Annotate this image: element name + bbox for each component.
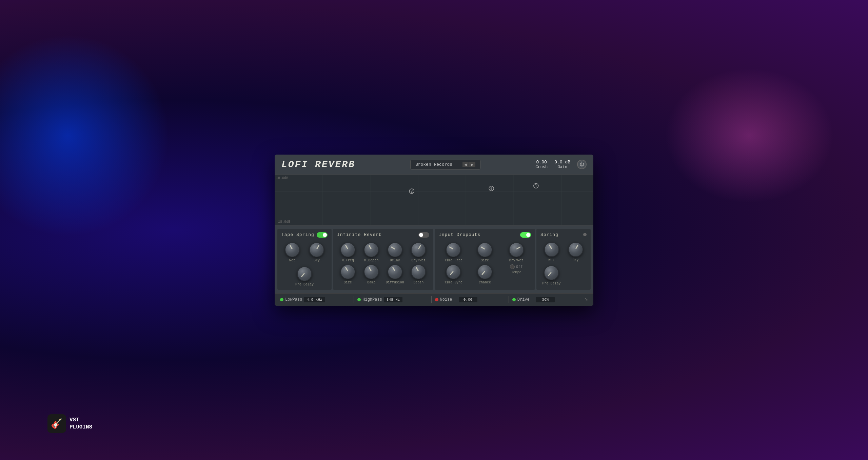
size-knob[interactable]	[340, 264, 355, 279]
time-sync-label: Time Sync	[444, 281, 462, 284]
mdepth-knob[interactable]	[364, 242, 379, 257]
preset-selector[interactable]: Broken Records ◀ ▶	[410, 160, 480, 169]
delay-knob-item: Delay	[388, 242, 402, 262]
spring-pre-delay-knob[interactable]	[544, 265, 559, 280]
eq-display: 18.0dB -18.0dB 2 0 1	[275, 175, 593, 225]
drive-dot	[512, 298, 516, 301]
tape-spring-section: Tape Spring Wet Dry Pre Delay	[277, 229, 332, 290]
spring-dry-knob-item: Dry	[568, 242, 583, 262]
spring-pre-delay-knob-item: Pre Delay	[542, 265, 560, 285]
pre-delay-knob-item: Pre Delay	[295, 266, 314, 286]
tape-spring-knobs: Wet Dry Pre Delay	[281, 242, 328, 286]
spring-title: Spring	[540, 232, 558, 237]
guitar-icon: 🎸	[51, 418, 63, 429]
preset-next-button[interactable]: ▶	[469, 162, 475, 167]
diffusion-knob-item: Diffusion	[386, 264, 404, 284]
spring-bottom: Pre Delay	[542, 265, 560, 285]
lowpass-dot	[280, 298, 283, 301]
crush-value: 0.00	[535, 160, 548, 165]
time-free-knob-item: Time Free	[444, 242, 462, 262]
resize-handle[interactable]: ⤡	[585, 297, 588, 302]
input-dropouts-section: Input Dropouts Time Free Size Dry/Wet	[435, 229, 535, 290]
dropout-size-knob[interactable]	[477, 242, 492, 257]
mfreq-label: M.Freq	[342, 259, 354, 262]
dry-label: Dry	[314, 259, 320, 262]
highpass-value[interactable]: 348 Hz	[384, 297, 403, 302]
drive-value[interactable]: 36%	[536, 297, 555, 302]
tempo-label: Tempo	[511, 271, 521, 274]
noise-value[interactable]: 0.00	[459, 297, 477, 302]
depth-label: Depth	[413, 281, 423, 284]
spring-dry-label: Dry	[572, 258, 578, 262]
plugin-title: LoFi Reverb	[281, 159, 355, 170]
drywet-knob-item: Dry/Wet	[411, 242, 426, 262]
vst-icon: 🎸	[47, 414, 66, 433]
off-dot[interactable]	[510, 264, 515, 269]
depth-knob[interactable]	[411, 264, 426, 279]
divider-2	[431, 296, 432, 303]
time-sync-knob[interactable]	[446, 264, 461, 279]
noise-param: Noise 0.00	[435, 297, 505, 302]
tape-spring-toggle[interactable]	[317, 232, 328, 238]
tape-spring-bottom: Pre Delay	[295, 266, 314, 286]
mdepth-knob-item: M.Depth	[364, 242, 379, 262]
spring-dry-knob[interactable]	[568, 242, 583, 257]
pre-delay-knob[interactable]	[297, 266, 312, 281]
drywet-knob[interactable]	[411, 242, 426, 257]
time-free-label: Time Free	[444, 259, 462, 262]
gain-param: 0.0 dB Gain	[554, 160, 570, 169]
gain-value: 0.0 dB	[554, 160, 570, 165]
svg-text:0: 0	[490, 187, 492, 191]
infinite-reverb-toggle[interactable]	[418, 232, 429, 238]
preset-arrows: ◀ ▶	[462, 162, 475, 167]
preset-name: Broken Records	[415, 162, 452, 167]
divider-3	[509, 296, 509, 303]
bottom-bar: LowPass 4.9 kHz HighPass 348 Hz Noise 0.…	[275, 293, 593, 306]
spring-header: Spring	[540, 232, 587, 237]
input-dropouts-toggle-dot	[526, 233, 530, 237]
gain-label: Gain	[557, 165, 567, 169]
dropout-drywet-knob[interactable]	[509, 242, 524, 257]
infinite-reverb-header: Infinite Reverb	[337, 232, 429, 238]
crush-param: 0.00 Crush	[535, 160, 548, 169]
wet-knob-item: Wet	[285, 242, 300, 262]
dropout-size-label: Size	[481, 259, 489, 262]
spring-wet-label: Wet	[548, 258, 554, 262]
dry-knob-item: Dry	[309, 242, 324, 262]
drywet-label: Dry/Wet	[411, 259, 426, 262]
chance-label: Chance	[479, 281, 491, 284]
mfreq-knob[interactable]	[340, 242, 355, 257]
diffusion-knob[interactable]	[388, 264, 402, 279]
input-dropouts-toggle[interactable]	[520, 232, 531, 238]
wet-label: Wet	[289, 259, 295, 262]
lowpass-value[interactable]: 4.9 kHz	[304, 297, 325, 302]
dry-knob[interactable]	[309, 242, 324, 257]
time-free-knob[interactable]	[446, 242, 461, 257]
noise-label: Noise	[440, 297, 457, 302]
off-indicator: Off	[510, 264, 523, 269]
spring-wet-knob[interactable]	[544, 242, 559, 257]
tape-spring-toggle-dot	[323, 233, 327, 237]
power-button[interactable]: ⏻	[577, 160, 587, 169]
input-dropouts-title: Input Dropouts	[439, 232, 480, 237]
infinite-reverb-title: Infinite Reverb	[337, 232, 382, 237]
eq-top-label: 18.0dB	[276, 176, 288, 180]
plugin-window: LoFi Reverb Broken Records ◀ ▶ 0.00 Crus…	[275, 155, 593, 306]
damp-knob[interactable]	[364, 264, 379, 279]
mdepth-label: M.Depth	[364, 259, 378, 262]
delay-knob[interactable]	[388, 242, 402, 257]
wet-knob[interactable]	[285, 242, 300, 257]
dropout-drywet-knob-item: Dry/Wet	[509, 242, 524, 262]
header: LoFi Reverb Broken Records ◀ ▶ 0.00 Crus…	[275, 155, 593, 175]
preset-prev-button[interactable]: ◀	[462, 162, 469, 167]
chance-knob[interactable]	[477, 264, 492, 279]
svg-text:1: 1	[535, 184, 537, 188]
time-sync-knob-item: Time Sync	[444, 264, 462, 284]
spring-knobs: Wet Dry Pre Delay	[540, 242, 587, 285]
tape-spring-title: Tape Spring	[281, 232, 314, 237]
vst-line1: VST	[70, 417, 92, 424]
tempo-item: Off Tempo	[510, 264, 523, 284]
delay-label: Delay	[390, 259, 400, 262]
divider-1	[354, 296, 354, 303]
chance-knob-item: Chance	[477, 264, 492, 284]
